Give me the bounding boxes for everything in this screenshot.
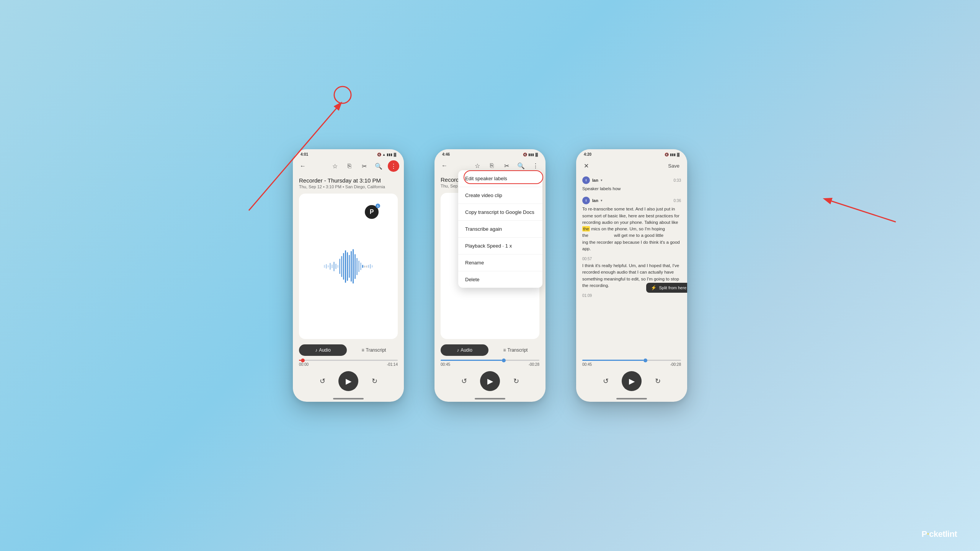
phones-container: 4:01 🔇 ▲ ▮▮▮ ▓ ← ☆ ⎘ ✂ 🔍 ⋮ Recorder - Th… [293,149,687,402]
menu-item-edit-speaker[interactable]: Edit speaker labels [458,170,542,187]
speaker-header-1: I Ian ▾ 0:33 [582,176,681,184]
forward-button-1[interactable]: ↻ [368,374,381,388]
speaker-block-2: I Ian ▾ 0:36 To re-transcribe some text.… [582,197,681,252]
home-indicator-3 [576,396,687,402]
wbar [358,261,359,272]
status-icons-2: 🔇 ▮▮▮ ▓ [523,153,538,156]
wbar [326,264,327,269]
search-button-2[interactable]: 🔍 [516,160,526,171]
wbar [360,262,361,270]
player-controls-1: ↺ ▶ ↻ [293,368,404,396]
wbar [351,251,352,282]
menu-item-video-clip[interactable]: Create video clip [458,187,542,204]
battery-icon-2: ▓ [535,153,538,156]
bookmark-button-2[interactable]: ☆ [472,160,483,171]
search-button-1[interactable]: 🔍 [373,161,384,171]
menu-item-playback-speed[interactable]: Playback Speed · 1 x [458,238,542,254]
tab-bar-2: ♪ Audio ≡ Transcript [434,342,546,358]
close-button-3[interactable]: ✕ [581,160,591,171]
home-indicator-1 [293,396,404,402]
speaker-dropdown-1[interactable]: ▾ [601,178,603,182]
progress-section-3: 00:45 -00:28 [576,358,687,368]
progress-fill-2 [441,360,502,361]
progress-dot-2 [502,359,506,362]
progress-fill-3 [582,360,644,361]
tab-transcript-2[interactable]: ≡ Transcript [492,344,539,356]
trim-button-1[interactable]: ✂ [359,161,369,171]
speaker-block-1: I Ian ▾ 0:33 Speaker labels how [582,176,681,192]
progress-times-1: 00:00 -01:14 [299,362,398,367]
forward-button-3[interactable]: ↻ [651,374,665,388]
wbar [372,265,373,267]
home-bar-2 [475,398,505,399]
phone-2: 4:46 🔇 ▮▮▮ ▓ ← ☆ ⎘ ✂ 🔍 ⋮ Recorder Thu, S… [434,149,546,402]
wbar [337,265,338,268]
home-bar-1 [333,398,364,399]
share-button-2[interactable]: ⎘ [487,160,497,171]
pocketlint-text: P·cketlint [921,529,957,539]
tab-audio-2[interactable]: ♪ Audio [441,344,488,356]
status-time-2: 4:46 [442,152,450,156]
back-button-1[interactable]: ← [297,161,308,171]
status-time-1: 4:01 [301,152,308,156]
save-section-3: Save [665,160,683,171]
timestamp-label-4: 01:09 [582,293,681,298]
progress-track-3[interactable] [582,360,681,361]
progress-track-1[interactable] [299,360,398,361]
speaker-avatar-2: I [582,197,590,204]
trim-button-2[interactable]: ✂ [501,160,512,171]
progress-track-2[interactable] [441,360,539,361]
status-icons-1: 🔇 ▲ ▮▮▮ ▓ [377,153,396,156]
rewind-button-2[interactable]: ↺ [457,374,471,388]
tab-audio-1[interactable]: ♪ Audio [299,344,347,356]
wbar [335,264,336,269]
highlighted-word: the [582,226,590,231]
speaker-header-2: I Ian ▾ 0:36 [582,197,681,204]
speaker-time-1: 0:33 [674,178,681,183]
share-button-1[interactable]: ⎘ [344,161,355,171]
wbar [368,265,369,268]
home-bar-3 [616,398,647,399]
wbar [356,258,358,275]
time-end-3: -00:28 [670,362,681,367]
split-label: Split from here [659,285,686,290]
signal-icon-1: ▮▮▮ [387,153,392,156]
play-button-2[interactable]: ▶ [480,371,500,391]
wifi-icon-1: ▲ [382,153,386,156]
waveform-area-1: P 1 [299,194,398,339]
speaker-dropdown-2[interactable]: ▾ [601,199,603,202]
wbar [324,265,325,268]
menu-item-transcribe-again[interactable]: Transcribe again [458,221,542,238]
menu-item-copy-transcript[interactable]: Copy transcript to Google Docs [458,204,542,221]
more-button-1[interactable]: ⋮ [388,160,399,172]
menu-item-delete[interactable]: Delete [458,271,542,288]
save-button-3[interactable]: Save [665,160,683,171]
play-button-1[interactable]: ▶ [338,371,358,391]
wbar [330,263,331,270]
waveform-bars-1 [299,194,398,339]
wbar [349,255,350,278]
signal-icon-2: ▮▮▮ [528,153,534,156]
rewind-button-3[interactable]: ↺ [599,374,612,388]
rewind-button-1[interactable]: ↺ [315,374,329,388]
menu-item-rename[interactable]: Rename [458,254,542,271]
more-button-2[interactable]: ⋮ [530,160,541,171]
speaker-name-2: Ian [592,198,598,203]
speaker-block-4: 01:09 [582,293,681,298]
tab-transcript-1[interactable]: ≡ Transcript [350,344,398,356]
transcript-view-3: I Ian ▾ 0:33 Speaker labels how I Ian ▾ … [576,173,687,358]
status-icons-3: 🔇 ▮▮▮ ▓ [665,153,679,156]
split-tooltip[interactable]: ⚡ Split from here [646,283,687,293]
recording-info-1: Recorder - Thursday at 3:10 PM Thu, Sep … [293,174,404,191]
forward-button-2[interactable]: ↻ [509,374,523,388]
wbar [353,249,354,284]
back-button-2[interactable]: ← [439,160,450,171]
bookmark-button-1[interactable]: ☆ [330,161,340,171]
wbar [345,250,346,283]
podcast-avatar-1: P 1 [365,205,379,219]
progress-times-2: 00:45 -00:28 [441,362,539,367]
status-bar-3: 4:20 🔇 ▮▮▮ ▓ [576,149,687,158]
time-start-1: 00:00 [299,362,309,367]
play-button-3[interactable]: ▶ [622,371,642,391]
progress-section-1: 00:00 -01:14 [293,358,404,368]
